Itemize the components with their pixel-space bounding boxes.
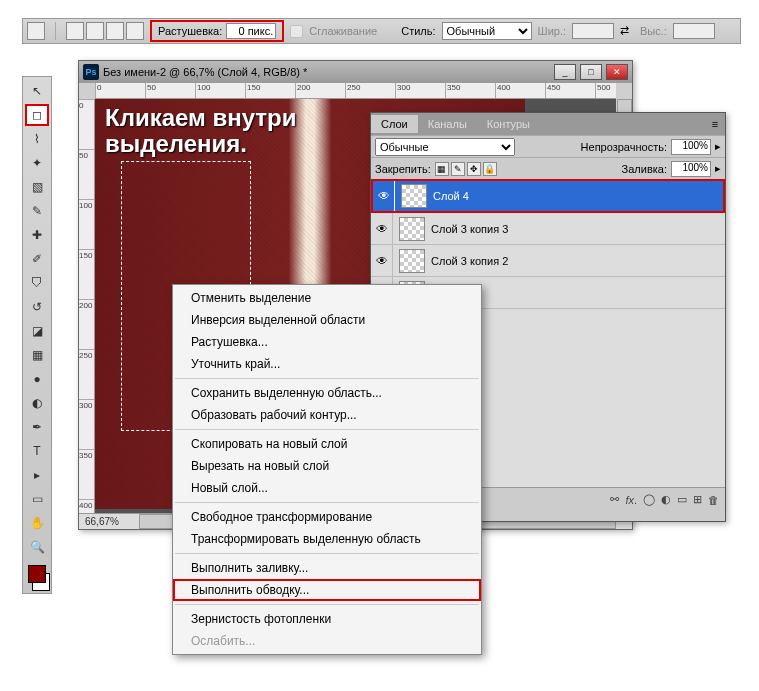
tab-paths[interactable]: Контуры [477, 115, 540, 133]
opacity-label: Непрозрачность: [581, 141, 667, 153]
type-tool[interactable]: T [25, 440, 49, 462]
layer-name[interactable]: Слой 3 копия 2 [431, 255, 719, 267]
layer-row[interactable]: 👁Слой 3 копия 2 [371, 245, 725, 277]
width-input [572, 23, 614, 39]
healing-tool[interactable]: ✚ [25, 224, 49, 246]
delete-icon[interactable]: 🗑 [708, 494, 719, 506]
menu-item[interactable]: Скопировать на новый слой [173, 433, 481, 455]
chevron-down-icon[interactable]: ▸ [715, 162, 721, 175]
lock-transparency-icon[interactable]: ▦ [435, 162, 449, 176]
path-tool[interactable]: ▸ [25, 464, 49, 486]
crop-tool[interactable]: ▧ [25, 176, 49, 198]
menu-item[interactable]: Трансформировать выделенную область [173, 528, 481, 550]
ruler-tick: 150 [245, 83, 295, 98]
new-selection-icon[interactable] [66, 22, 84, 40]
hand-tool[interactable]: ✋ [25, 512, 49, 534]
feather-input[interactable] [226, 23, 276, 39]
fill-value[interactable]: 100% [671, 161, 711, 177]
tab-layers[interactable]: Слои [371, 115, 418, 133]
gradient-tool[interactable]: ▦ [25, 344, 49, 366]
layer-thumbnail[interactable] [399, 249, 425, 273]
feather-group-highlighted: Растушевка: [150, 20, 284, 42]
layer-name[interactable]: Слой 4 [433, 190, 717, 202]
link-layers-icon[interactable]: ⚯ [610, 493, 619, 506]
menu-item[interactable]: Сохранить выделенную область... [173, 382, 481, 404]
group-icon[interactable]: ▭ [677, 493, 687, 506]
wand-tool[interactable]: ✦ [25, 152, 49, 174]
dodge-tool[interactable]: ◐ [25, 392, 49, 414]
shape-tool[interactable]: ▭ [25, 488, 49, 510]
move-tool[interactable]: ↖ [25, 80, 49, 102]
subtract-selection-icon[interactable] [106, 22, 124, 40]
menu-item[interactable]: Растушевка... [173, 331, 481, 353]
menu-item[interactable]: Образовать рабочий контур... [173, 404, 481, 426]
visibility-icon[interactable]: 👁 [373, 181, 395, 211]
eyedropper-tool[interactable]: ✎ [25, 200, 49, 222]
menu-item[interactable]: Отменить выделение [173, 287, 481, 309]
blend-mode-select[interactable]: Обычные [375, 138, 515, 156]
foreground-swatch[interactable] [28, 565, 46, 583]
annotation-line2: выделения. [105, 130, 247, 157]
visibility-icon[interactable]: 👁 [371, 245, 393, 276]
height-input [673, 23, 715, 39]
visibility-icon[interactable]: 👁 [371, 213, 393, 244]
marquee-tool[interactable]: ◻ [25, 104, 49, 126]
ps-icon: Ps [83, 64, 99, 80]
maximize-button[interactable]: □ [580, 64, 602, 80]
ruler-tick: 0 [79, 99, 94, 149]
panel-menu-icon[interactable]: ≡ [705, 118, 725, 130]
layer-thumbnail[interactable] [401, 184, 427, 208]
ruler-tick: 300 [395, 83, 445, 98]
lock-image-icon[interactable]: ✎ [451, 162, 465, 176]
menu-separator [175, 553, 479, 554]
ruler-tick: 0 [95, 83, 145, 98]
style-label: Стиль: [401, 25, 435, 37]
layer-thumbnail[interactable] [399, 217, 425, 241]
annotation-line1: Кликаем внутри [105, 104, 297, 131]
mask-icon[interactable]: ◯ [643, 493, 655, 506]
document-titlebar[interactable]: Ps Без имени-2 @ 66,7% (Слой 4, RGB/8) *… [79, 61, 632, 83]
new-layer-icon[interactable]: ⊞ [693, 493, 702, 506]
menu-item[interactable]: Новый слой... [173, 477, 481, 499]
adjustment-icon[interactable]: ◐ [661, 493, 671, 506]
menu-item[interactable]: Инверсия выделенной области [173, 309, 481, 331]
lock-position-icon[interactable]: ✥ [467, 162, 481, 176]
add-selection-icon[interactable] [86, 22, 104, 40]
layer-row[interactable]: 👁Слой 3 копия 3 [371, 213, 725, 245]
close-button[interactable]: ✕ [606, 64, 628, 80]
antialias-label: Сглаживание [309, 25, 377, 37]
lock-all-icon[interactable]: 🔒 [483, 162, 497, 176]
minimize-button[interactable]: _ [554, 64, 576, 80]
blur-tool[interactable]: ● [25, 368, 49, 390]
lock-row: Закрепить: ▦ ✎ ✥ 🔒 Заливка: 100% ▸ [371, 157, 725, 179]
eraser-tool[interactable]: ◪ [25, 320, 49, 342]
style-select[interactable]: Обычный [442, 22, 532, 40]
menu-item[interactable]: Зернистость фотопленки [173, 608, 481, 630]
pen-tool[interactable]: ✒ [25, 416, 49, 438]
color-swatches[interactable] [24, 565, 50, 591]
brush-tool[interactable]: ✐ [25, 248, 49, 270]
ruler-tick: 250 [79, 349, 94, 399]
menu-item[interactable]: Выполнить заливку... [173, 557, 481, 579]
zoom-tool[interactable]: 🔍 [25, 536, 49, 558]
zoom-level[interactable]: 66,67% [85, 516, 119, 527]
menu-item[interactable]: Уточнить край... [173, 353, 481, 375]
chevron-down-icon[interactable]: ▸ [715, 140, 721, 153]
menu-item[interactable]: Вырезать на новый слой [173, 455, 481, 477]
lasso-tool[interactable]: ⌇ [25, 128, 49, 150]
history-brush-tool[interactable]: ↺ [25, 296, 49, 318]
tab-channels[interactable]: Каналы [418, 115, 477, 133]
stamp-tool[interactable]: ⛉ [25, 272, 49, 294]
layer-name[interactable]: Слой 3 копия 3 [431, 223, 719, 235]
options-toolbar: Растушевка: Сглаживание Стиль: Обычный Ш… [22, 18, 741, 44]
marquee-tool-icon[interactable] [27, 22, 45, 40]
intersect-selection-icon[interactable] [126, 22, 144, 40]
ruler-tick: 350 [445, 83, 495, 98]
fx-icon[interactable]: fx. [625, 494, 637, 506]
menu-item[interactable]: Свободное трансформирование [173, 506, 481, 528]
context-menu: Отменить выделениеИнверсия выделенной об… [172, 284, 482, 655]
menu-item[interactable]: Выполнить обводку... [173, 579, 481, 601]
opacity-value[interactable]: 100% [671, 139, 711, 155]
layer-row[interactable]: 👁Слой 4 [371, 179, 725, 213]
menu-separator [175, 604, 479, 605]
